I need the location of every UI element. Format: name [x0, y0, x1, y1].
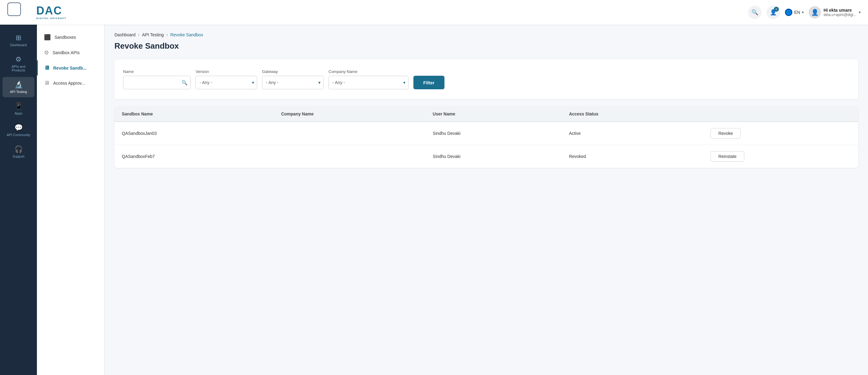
version-filter-field: Version - Any - ▾: [196, 69, 257, 89]
table-header: Sandbox Name Company Name User Name Acce…: [115, 107, 858, 122]
filter-button[interactable]: Filter: [413, 76, 444, 89]
filter-row: Name 🔍 Version - Any - ▾: [123, 69, 849, 89]
apis-icon: ⚙: [16, 55, 22, 63]
cell-access-status: Active: [562, 122, 704, 145]
gateway-filter-field: Gateway - Any - ▾: [262, 69, 323, 89]
sidebar-item-api-testing-label: API Testing: [10, 90, 27, 94]
sidebar-item-apis-label: APIs and Products: [5, 65, 32, 72]
user-chevron-icon: ▾: [859, 10, 861, 15]
company-filter-select[interactable]: - Any -: [329, 76, 408, 89]
col-company-name: Company Name: [274, 107, 425, 122]
dashboard-icon: ⊞: [16, 34, 21, 42]
sandbox-apis-icon: ⚙: [44, 49, 49, 56]
table-row: QASandboxJan03 Sindhu Devaki Active Revo…: [115, 122, 858, 145]
sidebar-left: ⊞ Dashboard ⚙ APIs and Products 🔬 API Te…: [0, 25, 37, 375]
col-access-status: Access Status: [562, 107, 704, 122]
col-actions: [703, 107, 858, 122]
cell-access-status: Revoked: [562, 145, 704, 168]
table-body: QASandboxJan03 Sindhu Devaki Active Revo…: [115, 122, 858, 168]
language-label: EN: [794, 10, 800, 15]
community-icon: 💬: [14, 124, 23, 132]
cell-user-name: Sindhu Devaki: [425, 122, 562, 145]
sub-nav-access-approval[interactable]: 🖥 Access Approv...: [37, 76, 104, 90]
menu-toggle-button[interactable]: ☰: [7, 2, 21, 16]
apps-icon: 📱: [14, 102, 23, 110]
name-filter-input[interactable]: [123, 76, 191, 89]
company-filter-label: Company Name: [329, 69, 408, 74]
main-content: Dashboard › API Testing › Revoke Sandbox…: [104, 25, 868, 375]
cell-company-name: [274, 122, 425, 145]
sub-nav-sandboxes-label: Sandboxes: [55, 35, 76, 40]
sub-nav-revoke-sandbox-label: Revoke Sandb...: [53, 65, 87, 70]
support-icon: 🎧: [14, 145, 23, 153]
breadcrumb-dashboard[interactable]: Dashboard: [115, 32, 136, 37]
gateway-filter-label: Gateway: [262, 69, 323, 74]
col-user-name: User Name: [425, 107, 562, 122]
header-actions: 🔍 👤 0 🌐 EN ▾ 👤 Hi ekta umare ekta.u+apim…: [748, 5, 861, 19]
sub-nav-sandbox-apis[interactable]: ⚙ Sandbox APIs: [37, 45, 104, 60]
breadcrumb: Dashboard › API Testing › Revoke Sandbox: [115, 32, 858, 37]
notification-badge: 0: [774, 7, 779, 12]
name-filter-field: Name 🔍: [123, 69, 191, 89]
name-filter-label: Name: [123, 69, 191, 74]
breadcrumb-sep-2: ›: [166, 32, 167, 37]
cell-company-name: [274, 145, 425, 168]
sidebar-item-apps[interactable]: 📱 Apps: [2, 98, 34, 119]
company-filter-field: Company Name - Any - ▾: [329, 69, 408, 89]
gateway-filter-select[interactable]: - Any -: [262, 76, 323, 89]
sub-nav-access-approval-label: Access Approv...: [53, 81, 85, 86]
sidebar-item-api-testing[interactable]: 🔬 API Testing: [2, 77, 34, 97]
sidebar-item-apis-products[interactable]: ⚙ APIs and Products: [2, 52, 34, 76]
version-filter-select[interactable]: - Any -: [196, 76, 257, 89]
name-search-icon: 🔍: [182, 80, 188, 86]
breadcrumb-api-testing[interactable]: API Testing: [142, 32, 164, 37]
sidebar-sub: ⬛ Sandboxes ⚙ Sandbox APIs 🖥 Revoke Sand…: [37, 25, 104, 375]
sidebar-item-dashboard-label: Dashboard: [10, 43, 27, 47]
language-selector[interactable]: 🌐 EN ▾: [785, 9, 804, 16]
logo-main: DAC: [36, 5, 66, 16]
cell-sandbox-name: QASandboxFeb7: [115, 145, 274, 168]
flag-icon: 🌐: [785, 9, 792, 16]
cell-sandbox-name: QASandboxJan03: [115, 122, 274, 145]
notifications-button[interactable]: 👤 0: [767, 5, 780, 19]
sidebar-item-dashboard[interactable]: ⊞ Dashboard: [2, 30, 34, 51]
col-sandbox-name: Sandbox Name: [115, 107, 274, 122]
user-name: Hi ekta umare: [824, 8, 856, 12]
api-testing-icon: 🔬: [14, 81, 23, 89]
logo: DAC DIGITAL APICRAFT: [36, 5, 66, 20]
data-table: Sandbox Name Company Name User Name Acce…: [115, 107, 858, 168]
sidebar-item-api-community[interactable]: 💬 API Community: [2, 120, 34, 140]
breadcrumb-current: Revoke Sandbox: [170, 32, 203, 37]
user-menu[interactable]: 👤 Hi ekta umare ekta.u+apim@digi... ▾: [809, 6, 861, 19]
sub-nav-sandbox-apis-label: Sandbox APIs: [53, 50, 80, 55]
sub-nav-sandboxes[interactable]: ⬛ Sandboxes: [37, 30, 104, 45]
sandboxes-icon: ⬛: [44, 34, 51, 41]
version-filter-label: Version: [196, 69, 257, 74]
user-email: ekta.u+apim@digi...: [824, 12, 856, 17]
avatar: 👤: [809, 6, 821, 19]
header: ☰ DAC DIGITAL APICRAFT 🔍 👤 0 🌐 EN ▾ 👤 Hi…: [0, 0, 868, 25]
cell-action: Revoke: [703, 122, 858, 145]
sidebar-item-community-label: API Community: [7, 133, 30, 137]
cell-action: Reinstate: [703, 145, 858, 168]
cell-user-name: Sindhu Devaki: [425, 145, 562, 168]
sub-nav-revoke-sandbox[interactable]: 🖥 Revoke Sandb...: [37, 60, 104, 76]
row-action-button-0[interactable]: Revoke: [711, 128, 740, 139]
page-title: Revoke Sandbox: [115, 41, 858, 51]
layout: ⊞ Dashboard ⚙ APIs and Products 🔬 API Te…: [0, 25, 868, 375]
breadcrumb-sep-1: ›: [138, 32, 140, 37]
header-search-button[interactable]: 🔍: [748, 5, 762, 19]
access-approval-icon: 🖥: [44, 80, 50, 86]
revoke-sandbox-icon: 🖥: [44, 65, 50, 71]
logo-sub: DIGITAL APICRAFT: [36, 17, 66, 20]
lang-chevron-icon: ▾: [802, 10, 804, 15]
table-row: QASandboxFeb7 Sindhu Devaki Revoked Rein…: [115, 145, 858, 168]
sidebar-item-apps-label: Apps: [14, 111, 22, 115]
row-action-button-1[interactable]: Reinstate: [711, 151, 744, 162]
sidebar-item-support-label: Support: [12, 154, 25, 158]
sidebar-item-support[interactable]: 🎧 Support: [2, 142, 34, 162]
filter-card: Name 🔍 Version - Any - ▾: [115, 59, 858, 99]
table-card: Sandbox Name Company Name User Name Acce…: [115, 107, 858, 168]
